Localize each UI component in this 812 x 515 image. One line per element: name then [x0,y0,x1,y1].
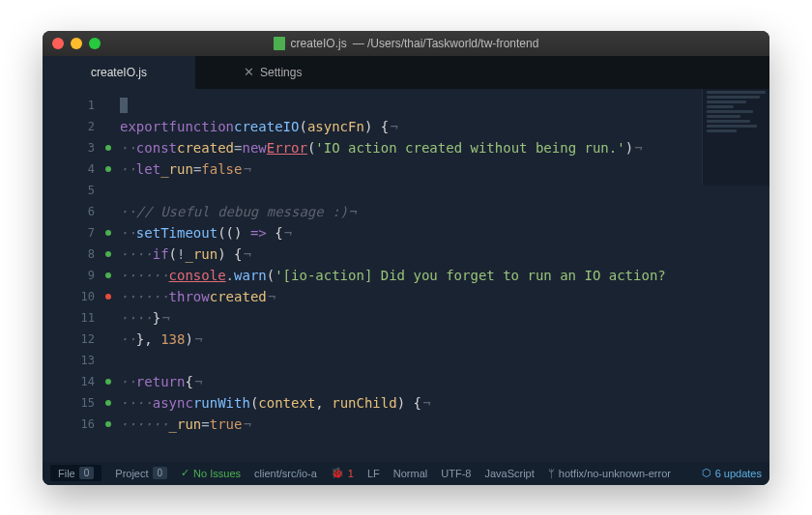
zoom-icon[interactable] [89,38,101,49]
code-line[interactable] [120,180,769,201]
status-issues[interactable]: ✓ No Issues [181,467,241,479]
code-line[interactable]: ··let _run = false¬ [120,158,769,180]
code-line[interactable]: ··const created = new Error('IO action c… [120,137,769,158]
traffic-lights [52,38,101,49]
code-line[interactable]: ··return {¬ [120,371,769,392]
editor-area[interactable]: 12345678910111213141516 export function … [43,89,769,462]
tab-createio[interactable]: createIO.js [43,56,195,89]
status-branch[interactable]: ᛘ hotfix/no-unknown-error [548,468,671,479]
branch-icon: ᛘ [548,468,555,479]
bug-icon: 🐞 [331,467,344,479]
package-icon: ⬡ [702,467,711,479]
code-line[interactable]: ····if (!_run) {¬ [120,243,769,265]
line-number: 11 [43,307,101,329]
status-bar: File 0 Project 0 ✓ No Issues client/src/… [43,462,769,485]
titlebar: createIO.js — /Users/thai/Taskworld/tw-f… [43,31,769,56]
tab-bar: createIO.js ✕ Settings [43,56,769,89]
code-line[interactable]: ····}¬ [120,307,769,329]
line-number: 12 [43,329,101,350]
line-number: 6 [43,201,101,222]
line-number: 8 [43,243,101,265]
line-number: 2 [43,116,101,137]
check-icon: ✓ [181,467,189,479]
line-number: 9 [43,265,101,286]
code-line[interactable]: ··}, 138)¬ [120,329,769,350]
tab-label: createIO.js [91,66,147,79]
line-gutter: 12345678910111213141516 [43,89,101,462]
window-title: createIO.js — /Users/thai/Taskworld/tw-f… [43,37,769,50]
code-line[interactable]: ······throw created¬ [120,286,769,307]
status-path[interactable]: client/src/io-a [254,468,317,479]
status-project[interactable]: Project 0 [115,467,167,479]
code-line[interactable]: ······_run = true¬ [120,414,769,435]
status-file[interactable]: File 0 [50,465,102,481]
tab-label: Settings [260,66,302,79]
minimize-icon[interactable] [71,38,82,49]
status-mode[interactable]: Normal [393,468,427,479]
line-number: 7 [43,222,101,243]
code-line[interactable]: export function createIO (asyncFn) {¬ [120,116,769,137]
file-icon [274,37,285,50]
code-line[interactable]: ······console.warn('[io-action] Did you … [120,265,769,286]
line-number: 16 [43,414,101,435]
line-number: 13 [43,350,101,371]
status-lineending[interactable]: LF [367,468,380,479]
editor-window: createIO.js — /Users/thai/Taskworld/tw-f… [43,31,769,485]
status-encoding[interactable]: UTF-8 [441,468,471,479]
line-number: 10 [43,286,101,307]
code-line[interactable] [120,350,769,371]
code-line[interactable]: ··// Useful debug message :)¬ [120,201,769,222]
code-line[interactable] [120,95,769,116]
title-file: createIO.js [291,37,347,50]
line-number: 4 [43,158,101,180]
tab-settings[interactable]: ✕ Settings [195,56,350,89]
line-number: 3 [43,137,101,158]
line-number: 5 [43,180,101,201]
line-number: 15 [43,392,101,414]
status-errors[interactable]: 🐞 1 [331,467,354,479]
settings-icon: ✕ [244,65,254,79]
status-updates[interactable]: ⬡ 6 updates [702,467,762,479]
code-line[interactable]: ··setTimeout(() => {¬ [120,222,769,243]
line-number: 1 [43,95,101,116]
code-line[interactable]: ····async runWith (context, runChild) {¬ [120,392,769,414]
title-path: — /Users/thai/Taskworld/tw-frontend [353,37,539,50]
line-number: 14 [43,371,101,392]
minimap[interactable] [702,89,769,186]
close-icon[interactable] [52,38,64,49]
status-language[interactable]: JavaScript [484,468,534,479]
code-area[interactable]: export function createIO (asyncFn) {¬··c… [101,89,769,462]
